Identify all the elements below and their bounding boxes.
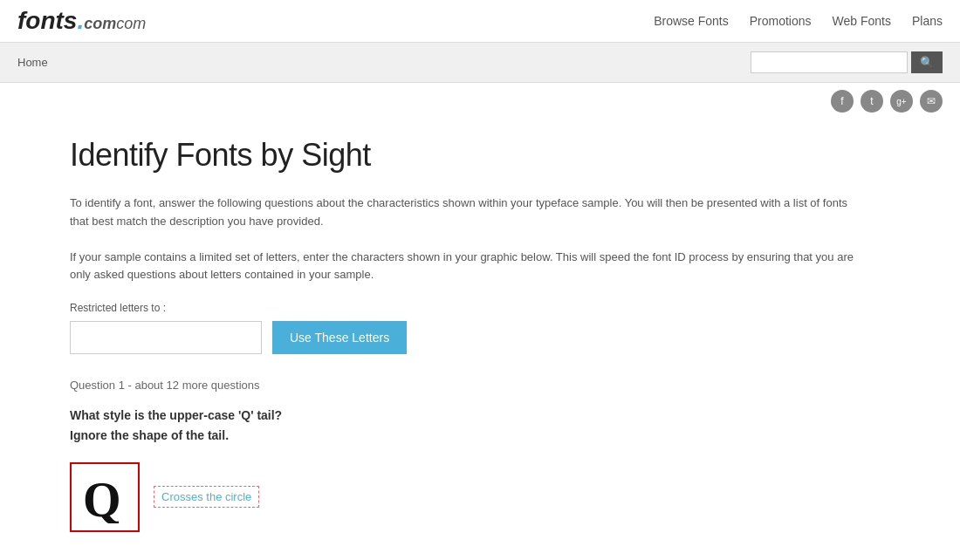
- svg-text:Q: Q: [83, 473, 121, 523]
- breadcrumb-bar: Home 🔍: [0, 43, 960, 83]
- email-icon[interactable]: ✉: [920, 90, 943, 113]
- use-letters-button[interactable]: Use These Letters: [272, 321, 407, 354]
- search-button[interactable]: 🔍: [911, 51, 943, 73]
- main-content: Identify Fonts by Sight To identify a fo…: [0, 120, 960, 560]
- question-line-2: Ignore the shape of the tail.: [70, 426, 890, 445]
- restricted-label: Restricted letters to :: [70, 302, 890, 314]
- q-image-box: Q: [70, 462, 140, 532]
- main-nav: Browse Fonts Promotions Web Fonts Plans: [654, 14, 943, 28]
- search-input[interactable]: [751, 51, 908, 73]
- search-area: 🔍: [751, 51, 943, 73]
- nav-plans[interactable]: Plans: [912, 14, 943, 28]
- page-title: Identify Fonts by Sight: [70, 137, 890, 174]
- restricted-row: Use These Letters: [70, 321, 890, 354]
- restricted-section: Restricted letters to : Use These Letter…: [70, 302, 890, 354]
- question-line-1: What style is the upper-case 'Q' tail?: [70, 406, 890, 425]
- logo-com-text: com: [116, 15, 146, 33]
- nav-web-fonts[interactable]: Web Fonts: [833, 14, 891, 28]
- nav-browse-fonts[interactable]: Browse Fonts: [654, 14, 729, 28]
- google-plus-icon[interactable]: g+: [890, 90, 913, 113]
- answer-row: Q Crosses the circle: [70, 462, 890, 532]
- description-1: To identify a font, answer the following…: [70, 195, 855, 231]
- logo: fonts.comcom: [17, 7, 146, 35]
- twitter-icon[interactable]: t: [861, 90, 883, 113]
- nav-promotions[interactable]: Promotions: [750, 14, 812, 28]
- facebook-icon[interactable]: f: [831, 90, 854, 113]
- question-text: What style is the upper-case 'Q' tail? I…: [70, 406, 890, 445]
- logo-fonts-text: fonts.com: [17, 7, 116, 35]
- breadcrumb[interactable]: Home: [17, 56, 48, 69]
- description-2: If your sample contains a limited set of…: [70, 249, 855, 285]
- social-bar: f t g+ ✉: [0, 83, 960, 120]
- q-letter-svg: Q: [79, 471, 131, 523]
- question-meta: Question 1 - about 12 more questions: [70, 379, 890, 392]
- header: fonts.comcom Browse Fonts Promotions Web…: [0, 0, 960, 43]
- crosses-circle-answer[interactable]: Crosses the circle: [154, 486, 259, 508]
- restricted-letters-input[interactable]: [70, 321, 262, 354]
